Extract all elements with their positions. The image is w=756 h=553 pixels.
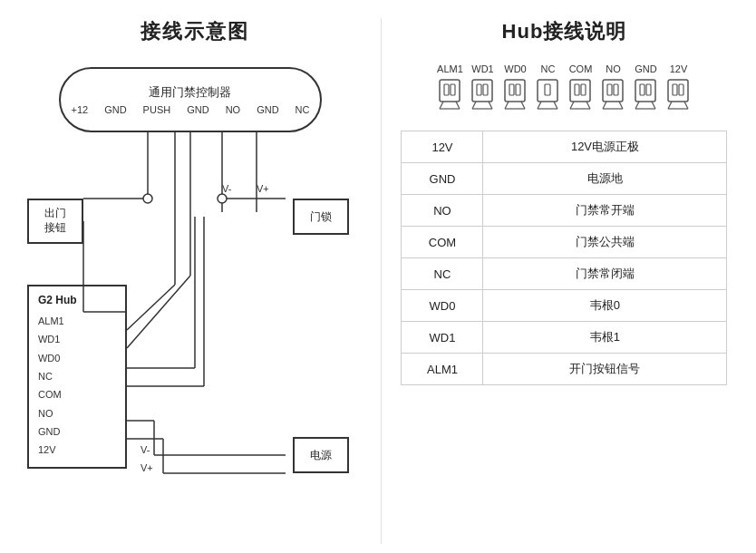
table-row: WD1韦根1 bbox=[402, 322, 727, 354]
table-cell-pin-6: WD1 bbox=[402, 322, 483, 354]
connector-com-plug bbox=[567, 78, 594, 112]
hub-pin-nc: NC bbox=[38, 367, 116, 385]
right-panel: Hub接线说明 ALM1 WD1 bbox=[381, 18, 747, 544]
svg-point-2 bbox=[143, 194, 152, 203]
svg-rect-25 bbox=[444, 84, 449, 95]
connector-no-label: NO bbox=[606, 63, 621, 74]
svg-rect-65 bbox=[668, 80, 688, 102]
connector-wd1-label: WD1 bbox=[471, 63, 493, 74]
connector-12v-label: 12V bbox=[670, 63, 688, 74]
pin-no-ctrl: NO bbox=[226, 104, 241, 115]
connector-alm1-plug bbox=[436, 78, 463, 112]
svg-line-51 bbox=[586, 102, 590, 109]
hub-pin-wd0: WD0 bbox=[38, 349, 116, 367]
svg-rect-61 bbox=[646, 84, 651, 95]
pin-gnd2: GND bbox=[187, 104, 208, 115]
connector-alm1: ALM1 bbox=[436, 63, 463, 112]
connector-nc-label: NC bbox=[541, 63, 556, 74]
table-cell-desc-7: 开门按钮信号 bbox=[483, 354, 727, 385]
door-lock-label: 门锁 bbox=[310, 209, 332, 225]
table-cell-pin-5: WD0 bbox=[402, 290, 483, 322]
page: 接线示意图 通用门禁控制器 +12 GND PUSH GND NO GND NC… bbox=[0, 0, 756, 553]
hub-pin-wd1: WD1 bbox=[38, 330, 116, 348]
svg-line-33 bbox=[472, 102, 476, 109]
vplus-label: V+ bbox=[257, 183, 269, 194]
table-row: GND电源地 bbox=[402, 163, 727, 195]
table-row: NO门禁常开端 bbox=[402, 195, 727, 227]
connector-gnd-plug bbox=[632, 78, 659, 112]
connector-com-label: COM bbox=[569, 63, 593, 74]
connector-wd0: WD0 bbox=[501, 63, 528, 112]
svg-line-27 bbox=[440, 102, 443, 109]
table-row: ALM1开门按钮信号 bbox=[402, 354, 727, 385]
door-lock-box: 门锁 bbox=[293, 199, 349, 235]
hub-pin-12v: 12V bbox=[38, 441, 116, 459]
wiring-diagram: 通用门禁控制器 +12 GND PUSH GND NO GND NC V- V+… bbox=[23, 67, 367, 502]
exit-button-label: 出门接钮 bbox=[44, 207, 66, 235]
svg-line-21 bbox=[127, 285, 175, 330]
svg-line-50 bbox=[570, 102, 574, 109]
svg-rect-67 bbox=[679, 84, 683, 95]
svg-rect-36 bbox=[505, 80, 525, 102]
vminus-label: V- bbox=[222, 183, 231, 194]
connector-row: ALM1 WD1 bbox=[389, 63, 740, 112]
svg-line-40 bbox=[521, 102, 525, 109]
svg-rect-37 bbox=[509, 84, 514, 95]
svg-line-23 bbox=[127, 276, 190, 348]
table-cell-desc-6: 韦根1 bbox=[483, 322, 727, 354]
connector-12v-plug bbox=[664, 78, 692, 112]
power-label: 电源 bbox=[310, 448, 332, 463]
table-cell-desc-5: 韦根0 bbox=[483, 290, 727, 322]
svg-rect-42 bbox=[538, 80, 557, 102]
svg-line-44 bbox=[538, 102, 541, 109]
svg-line-63 bbox=[652, 102, 655, 109]
hub-pin-com: COM bbox=[38, 385, 116, 403]
svg-line-45 bbox=[554, 102, 557, 109]
svg-rect-59 bbox=[635, 80, 655, 102]
info-table: 12V12V电源正极GND电源地NO门禁常开端COM门禁公共端NC门禁常闭端WD… bbox=[401, 131, 727, 385]
svg-line-62 bbox=[635, 102, 639, 109]
hub-pin-gnd: GND bbox=[38, 422, 116, 441]
svg-rect-53 bbox=[603, 80, 623, 102]
pin-12: +12 bbox=[71, 104, 88, 115]
svg-rect-66 bbox=[673, 84, 677, 95]
connector-12v: 12V bbox=[664, 63, 692, 112]
hub-pin-alm1: ALM1 bbox=[38, 312, 116, 330]
svg-rect-47 bbox=[570, 80, 590, 102]
svg-line-56 bbox=[603, 102, 606, 109]
connector-wd0-label: WD0 bbox=[504, 63, 526, 74]
svg-line-39 bbox=[505, 102, 509, 109]
svg-rect-60 bbox=[640, 84, 645, 95]
svg-rect-54 bbox=[607, 84, 612, 95]
table-cell-desc-1: 电源地 bbox=[483, 163, 727, 195]
table-cell-pin-2: NO bbox=[402, 195, 483, 227]
svg-rect-38 bbox=[516, 84, 520, 95]
svg-rect-48 bbox=[575, 84, 579, 95]
table-row: 12V12V电源正极 bbox=[402, 131, 727, 163]
svg-line-57 bbox=[619, 102, 623, 109]
connector-alm1-label: ALM1 bbox=[437, 63, 463, 74]
table-cell-pin-3: COM bbox=[402, 227, 483, 258]
svg-rect-49 bbox=[581, 84, 586, 95]
svg-rect-32 bbox=[483, 84, 488, 95]
hub-pin-no: NO bbox=[38, 404, 116, 422]
connector-gnd: GND bbox=[632, 63, 659, 112]
table-cell-pin-7: ALM1 bbox=[402, 354, 483, 385]
exit-button-box: 出门接钮 bbox=[27, 199, 83, 244]
controller-title: 通用门禁控制器 bbox=[149, 84, 231, 101]
svg-line-34 bbox=[489, 102, 492, 109]
connector-no: NO bbox=[599, 63, 626, 112]
connector-com: COM bbox=[567, 63, 594, 112]
svg-rect-55 bbox=[614, 84, 618, 95]
right-title: Hub接线说明 bbox=[502, 18, 627, 45]
connector-wd1-plug bbox=[469, 78, 496, 112]
connector-wd1: WD1 bbox=[469, 63, 496, 112]
vplus-power-label: V+ bbox=[141, 462, 153, 473]
svg-line-28 bbox=[456, 102, 460, 109]
left-panel: 接线示意图 通用门禁控制器 +12 GND PUSH GND NO GND NC… bbox=[9, 18, 381, 544]
svg-rect-24 bbox=[440, 80, 460, 102]
table-row: COM门禁公共端 bbox=[402, 227, 727, 258]
left-title: 接线示意图 bbox=[141, 18, 249, 45]
connector-nc-plug bbox=[534, 78, 561, 112]
table-row: NC门禁常闭端 bbox=[402, 258, 727, 290]
